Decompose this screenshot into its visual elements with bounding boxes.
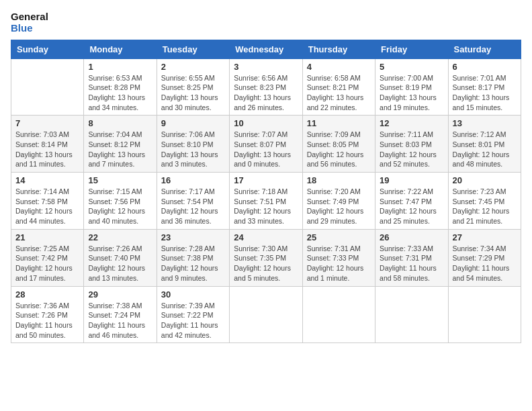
calendar-table: SundayMondayTuesdayWednesdayThursdayFrid…	[11, 40, 521, 344]
day-info: Sunrise: 7:22 AMSunset: 7:47 PMDaylight:…	[380, 187, 443, 226]
day-info: Sunrise: 7:39 AMSunset: 7:22 PMDaylight:…	[161, 301, 225, 340]
day-info: Sunrise: 7:23 AMSunset: 7:45 PMDaylight:…	[453, 187, 517, 226]
day-info: Sunrise: 7:31 AMSunset: 7:33 PMDaylight:…	[307, 244, 371, 283]
day-number: 3	[234, 62, 298, 72]
calendar-cell: 17Sunrise: 7:18 AMSunset: 7:51 PMDayligh…	[230, 173, 302, 230]
calendar-cell: 28Sunrise: 7:36 AMSunset: 7:26 PMDayligh…	[11, 286, 84, 343]
calendar-cell: 11Sunrise: 7:09 AMSunset: 8:05 PMDayligh…	[302, 116, 375, 173]
day-info: Sunrise: 7:18 AMSunset: 7:51 PMDaylight:…	[234, 187, 298, 226]
day-number: 10	[234, 118, 298, 128]
calendar-cell: 16Sunrise: 7:17 AMSunset: 7:54 PMDayligh…	[157, 173, 229, 230]
day-info: Sunrise: 7:06 AMSunset: 8:10 PMDaylight:…	[161, 130, 225, 169]
day-of-week-header: Thursday	[302, 40, 375, 58]
calendar-cell: 5Sunrise: 7:00 AMSunset: 8:19 PMDaylight…	[375, 58, 448, 116]
day-info: Sunrise: 7:20 AMSunset: 7:49 PMDaylight:…	[307, 187, 371, 226]
day-info: Sunrise: 6:56 AMSunset: 8:23 PMDaylight:…	[234, 73, 298, 113]
calendar-cell	[302, 286, 375, 343]
day-number: 21	[15, 232, 79, 242]
day-of-week-header: Wednesday	[230, 40, 302, 58]
calendar-cell: 18Sunrise: 7:20 AMSunset: 7:49 PMDayligh…	[302, 173, 375, 230]
day-of-week-header: Friday	[375, 40, 448, 58]
day-info: Sunrise: 7:11 AMSunset: 8:03 PMDaylight:…	[380, 130, 443, 169]
day-number: 1	[88, 62, 152, 72]
day-number: 23	[161, 232, 225, 242]
day-of-week-header: Saturday	[448, 40, 521, 58]
day-number: 14	[15, 175, 79, 185]
page-header: General Blue	[11, 11, 521, 34]
day-number: 7	[15, 118, 79, 128]
calendar-cell	[375, 286, 448, 343]
logo-blue-text: Blue	[11, 22, 48, 34]
logo: General Blue	[11, 11, 48, 34]
day-number: 19	[380, 175, 443, 185]
day-number: 16	[161, 175, 225, 185]
calendar-cell	[11, 58, 84, 116]
day-number: 24	[234, 232, 298, 242]
day-number: 26	[380, 232, 443, 242]
day-info: Sunrise: 7:38 AMSunset: 7:24 PMDaylight:…	[88, 301, 152, 340]
day-info: Sunrise: 7:36 AMSunset: 7:26 PMDaylight:…	[15, 301, 79, 340]
day-number: 15	[88, 175, 152, 185]
day-of-week-header: Sunday	[11, 40, 84, 58]
day-number: 29	[88, 289, 152, 300]
day-info: Sunrise: 7:15 AMSunset: 7:56 PMDaylight:…	[88, 187, 152, 226]
calendar-cell: 15Sunrise: 7:15 AMSunset: 7:56 PMDayligh…	[84, 173, 157, 230]
calendar-week-row: 28Sunrise: 7:36 AMSunset: 7:26 PMDayligh…	[11, 286, 521, 343]
day-number: 4	[307, 62, 371, 72]
day-info: Sunrise: 7:30 AMSunset: 7:35 PMDaylight:…	[234, 244, 298, 283]
day-info: Sunrise: 7:34 AMSunset: 7:29 PMDaylight:…	[453, 244, 517, 283]
day-info: Sunrise: 7:26 AMSunset: 7:40 PMDaylight:…	[88, 244, 152, 283]
day-number: 18	[307, 175, 371, 185]
day-info: Sunrise: 7:28 AMSunset: 7:38 PMDaylight:…	[161, 244, 225, 283]
calendar-cell: 10Sunrise: 7:07 AMSunset: 8:07 PMDayligh…	[230, 116, 302, 173]
day-number: 25	[307, 232, 371, 242]
calendar-cell: 23Sunrise: 7:28 AMSunset: 7:38 PMDayligh…	[157, 229, 229, 286]
day-info: Sunrise: 6:53 AMSunset: 8:28 PMDaylight:…	[88, 73, 152, 113]
day-number: 20	[453, 175, 517, 185]
day-number: 11	[307, 118, 371, 128]
day-number: 28	[15, 289, 79, 300]
calendar-header-row: SundayMondayTuesdayWednesdayThursdayFrid…	[11, 40, 521, 58]
day-info: Sunrise: 7:09 AMSunset: 8:05 PMDaylight:…	[307, 130, 371, 169]
day-number: 5	[380, 62, 443, 72]
calendar-cell: 6Sunrise: 7:01 AMSunset: 8:17 PMDaylight…	[448, 58, 521, 116]
day-number: 17	[234, 175, 298, 185]
calendar-cell	[230, 286, 302, 343]
day-info: Sunrise: 7:03 AMSunset: 8:14 PMDaylight:…	[15, 130, 79, 169]
calendar-cell: 9Sunrise: 7:06 AMSunset: 8:10 PMDaylight…	[157, 116, 229, 173]
calendar-cell	[448, 286, 521, 343]
day-info: Sunrise: 7:01 AMSunset: 8:17 PMDaylight:…	[453, 73, 517, 113]
calendar-cell: 21Sunrise: 7:25 AMSunset: 7:42 PMDayligh…	[11, 229, 84, 286]
calendar-cell: 19Sunrise: 7:22 AMSunset: 7:47 PMDayligh…	[375, 173, 448, 230]
calendar-cell: 8Sunrise: 7:04 AMSunset: 8:12 PMDaylight…	[84, 116, 157, 173]
calendar-week-row: 7Sunrise: 7:03 AMSunset: 8:14 PMDaylight…	[11, 116, 521, 173]
day-info: Sunrise: 7:04 AMSunset: 8:12 PMDaylight:…	[88, 130, 152, 169]
day-number: 22	[88, 232, 152, 242]
calendar-cell: 25Sunrise: 7:31 AMSunset: 7:33 PMDayligh…	[302, 229, 375, 286]
day-info: Sunrise: 7:07 AMSunset: 8:07 PMDaylight:…	[234, 130, 298, 169]
calendar-cell: 26Sunrise: 7:33 AMSunset: 7:31 PMDayligh…	[375, 229, 448, 286]
calendar-cell: 3Sunrise: 6:56 AMSunset: 8:23 PMDaylight…	[230, 58, 302, 116]
calendar-cell: 12Sunrise: 7:11 AMSunset: 8:03 PMDayligh…	[375, 116, 448, 173]
day-number: 12	[380, 118, 443, 128]
calendar-cell: 20Sunrise: 7:23 AMSunset: 7:45 PMDayligh…	[448, 173, 521, 230]
calendar-cell: 7Sunrise: 7:03 AMSunset: 8:14 PMDaylight…	[11, 116, 84, 173]
day-number: 9	[161, 118, 225, 128]
day-info: Sunrise: 7:33 AMSunset: 7:31 PMDaylight:…	[380, 244, 443, 283]
calendar-week-row: 1Sunrise: 6:53 AMSunset: 8:28 PMDaylight…	[11, 58, 521, 116]
day-number: 30	[161, 289, 225, 300]
calendar-week-row: 21Sunrise: 7:25 AMSunset: 7:42 PMDayligh…	[11, 229, 521, 286]
day-info: Sunrise: 6:55 AMSunset: 8:25 PMDaylight:…	[161, 73, 225, 113]
day-info: Sunrise: 7:00 AMSunset: 8:19 PMDaylight:…	[380, 73, 443, 113]
calendar-cell: 4Sunrise: 6:58 AMSunset: 8:21 PMDaylight…	[302, 58, 375, 116]
calendar-cell: 13Sunrise: 7:12 AMSunset: 8:01 PMDayligh…	[448, 116, 521, 173]
calendar-cell: 2Sunrise: 6:55 AMSunset: 8:25 PMDaylight…	[157, 58, 229, 116]
day-info: Sunrise: 7:12 AMSunset: 8:01 PMDaylight:…	[453, 130, 517, 169]
day-number: 2	[161, 62, 225, 72]
day-number: 13	[453, 118, 517, 128]
logo-general-text: General	[11, 11, 48, 22]
calendar-cell: 1Sunrise: 6:53 AMSunset: 8:28 PMDaylight…	[84, 58, 157, 116]
day-info: Sunrise: 7:17 AMSunset: 7:54 PMDaylight:…	[161, 187, 225, 226]
calendar-cell: 14Sunrise: 7:14 AMSunset: 7:58 PMDayligh…	[11, 173, 84, 230]
day-info: Sunrise: 6:58 AMSunset: 8:21 PMDaylight:…	[307, 73, 371, 113]
